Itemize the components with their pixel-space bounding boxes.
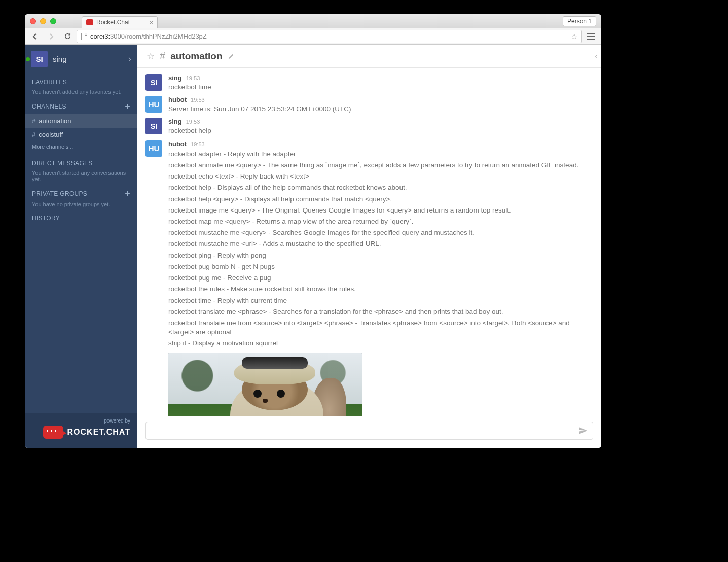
message-text: rocketbot time [168,82,593,93]
message-time: 19:53 [186,75,200,81]
toolbar: corei3:3000/room/thhPNzZhi2MHd23pZ ☆ [25,28,601,45]
channels-section: CHANNELS + [25,97,137,111]
message-author: sing [168,118,182,125]
message-time: 19:53 [191,141,205,147]
tab-close-icon[interactable]: × [149,19,153,26]
favorites-empty: You haven't added any favorites yet. [32,89,130,95]
history-section: HISTORY [25,209,137,224]
message: HUhubot19:53rocketbot adapter - Reply wi… [137,138,601,416]
page-icon [81,33,87,40]
chevron-right-icon[interactable]: › [128,54,131,64]
dm-empty: You haven't started any conversations ye… [32,170,130,182]
url-path: 3000/room/thhPNzZhi2MHd23pZ [110,32,207,40]
message-time: 19:53 [186,119,200,125]
dm-section: DIRECT MESSAGES You haven't started any … [25,155,137,184]
more-channels-link[interactable]: More channels .. [25,142,137,155]
message-avatar: SI [145,74,162,91]
help-line: rocketbot pug me - Receive a pug [168,272,593,284]
titlebar: Rocket.Chat × Person 1 [25,14,601,28]
channel-hash-icon: # [160,50,165,62]
help-line: rocketbot help <query> - Displays all he… [168,194,593,205]
reload-button[interactable] [60,30,75,43]
message-image[interactable] [168,353,362,416]
help-line: rocketbot pug bomb N - get N pugs [168,261,593,272]
help-line: rocketbot mustache me <query> - Searches… [168,227,593,238]
rocketchat-logo[interactable]: ROCKET.CHAT [43,426,130,439]
url-bar[interactable]: corei3:3000/room/thhPNzZhi2MHd23pZ ☆ [77,30,582,43]
message-avatar: SI [145,118,162,134]
message: SIsing19:53rocketbot help [137,116,601,137]
message-time: 19:53 [191,97,205,103]
help-line: rocketbot adapter - Reply with the adapt… [168,149,593,160]
message-help-block: rocketbot adapter - Reply with the adapt… [168,149,593,349]
help-line: rocketbot animate me <query> - The same … [168,160,593,171]
window-controls [30,18,56,24]
hash-icon: # [32,117,35,125]
add-channel-icon[interactable]: + [125,102,130,111]
sidebar: SI sing › FAVORITES You haven't added an… [25,45,137,448]
tab-strip: Rocket.Chat × [82,14,158,28]
help-line: rocketbot the rules - Make sure rocketbo… [168,284,593,295]
help-line: rocketbot translate me from <source> int… [168,318,593,338]
close-window-icon[interactable] [30,18,36,24]
help-line: rocketbot time - Reply with current time [168,295,593,306]
rocketchat-bubble-icon [43,426,63,439]
channel-name: automation [39,117,71,125]
channel-item-automation[interactable]: #automation [25,114,137,128]
edit-channel-icon[interactable] [228,53,235,60]
message-avatar: HU [145,96,162,113]
composer [137,416,601,448]
dm-heading: DIRECT MESSAGES [32,160,130,167]
channel-header: ☆ # automation ‹ [137,45,601,68]
favorites-section: FAVORITES You haven't added any favorite… [25,74,137,97]
private-groups-empty: You have no private groups yet. [32,201,130,207]
profile-button[interactable]: Person 1 [563,16,596,26]
help-line: rocketbot translate me <phrase> - Search… [168,306,593,318]
favorites-heading: FAVORITES [32,79,130,86]
powered-by-label: powered by [104,418,130,424]
zoom-window-icon[interactable] [50,18,56,24]
minimize-window-icon[interactable] [40,18,46,24]
browser-tab[interactable]: Rocket.Chat × [82,16,158,28]
help-line: rocketbot mustache me <url> - Adds a mus… [168,238,593,250]
rocketchat-wordmark: ROCKET.CHAT [67,428,130,437]
history-heading: HISTORY [32,215,130,222]
presence-online-icon [26,57,30,61]
message-avatar: HU [145,140,162,157]
rocketchat-favicon-icon [86,19,93,25]
help-line: ship it - Display a motivation squirrel [168,338,593,349]
back-button[interactable] [28,30,42,43]
channel-title: automation [170,51,222,62]
sidebar-user-row[interactable]: SI sing › [25,45,137,74]
browser-window: Rocket.Chat × Person 1 corei3:3000/room/… [25,14,601,448]
sidebar-footer: powered by ROCKET.CHAT [25,413,137,448]
message-text: rocketbot help [168,125,593,136]
help-line: rocketbot help - Displays all of the hel… [168,182,593,193]
channels-heading: CHANNELS [32,103,66,110]
channel-list: #automation#coolstuff [25,114,137,142]
browser-menu-icon[interactable] [587,33,595,40]
favorite-star-icon[interactable]: ☆ [147,51,155,62]
private-groups-section: PRIVATE GROUPS + You have no private gro… [25,184,137,209]
bookmark-star-icon[interactable]: ☆ [571,32,577,41]
help-line: rocketbot ping - Reply with pong [168,250,593,261]
add-private-group-icon[interactable]: + [125,189,130,198]
private-groups-heading: PRIVATE GROUPS [32,190,87,197]
open-flex-panel-icon[interactable]: ‹ [591,45,601,68]
message-author: sing [168,74,182,82]
help-line: rocketbot echo <text> - Reply back with … [168,171,593,182]
url-host: corei3: [90,32,110,40]
help-line: rocketbot image me <query> - The Origina… [168,205,593,216]
send-icon[interactable] [578,426,588,435]
message-list[interactable]: SIsing19:53rocketbot timeHUhubot19:53Ser… [137,68,601,416]
message-author: hubot [168,140,187,148]
message-input[interactable] [151,427,578,435]
app-content: SI sing › FAVORITES You haven't added an… [25,45,601,448]
hash-icon: # [32,131,35,138]
user-avatar: SI [31,51,48,67]
message-text: Server time is: Sun Jun 07 2015 23:53:24… [168,103,593,115]
message: HUhubot19:53Server time is: Sun Jun 07 2… [137,94,601,116]
sidebar-username: sing [53,55,67,63]
forward-button [44,30,58,43]
channel-item-coolstuff[interactable]: #coolstuff [25,128,137,142]
